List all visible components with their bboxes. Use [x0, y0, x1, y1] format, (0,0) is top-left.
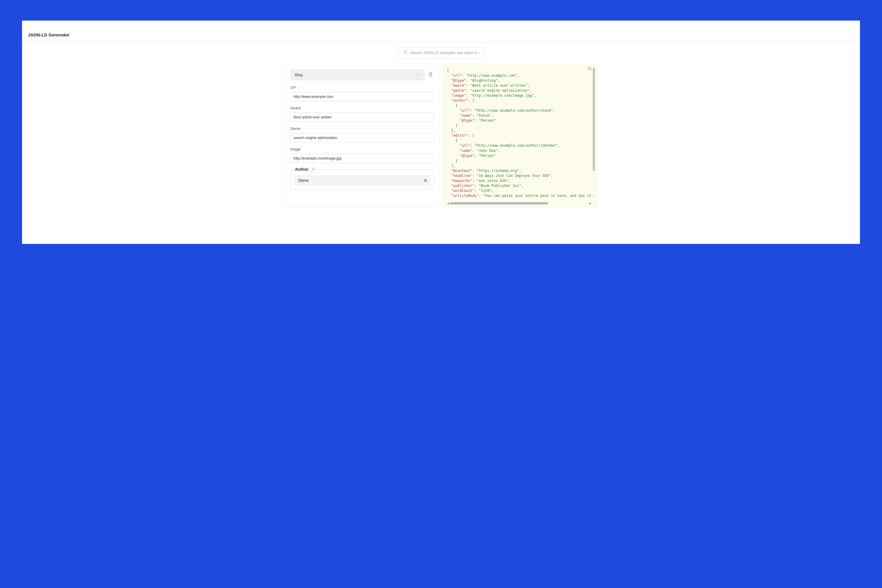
content-area: Blog Url* Award Genre — [22, 64, 860, 207]
author-controls: ↑ ↓ ✕ — [417, 178, 428, 183]
svg-line-1 — [406, 53, 407, 54]
url-input[interactable] — [290, 92, 434, 101]
app-window: JSON-LD Generator Blog — [22, 21, 860, 244]
search-icon — [403, 50, 408, 56]
horizontal-scrollbar[interactable]: ◀ ▶ — [447, 202, 591, 205]
add-author-button[interactable]: + — [310, 166, 315, 172]
code-output: { "url": "http://www.example.com", "@typ… — [447, 68, 594, 204]
image-field: Image — [290, 147, 434, 163]
svg-point-0 — [404, 51, 406, 54]
genre-input[interactable] — [290, 133, 434, 142]
type-select[interactable]: Blog — [290, 69, 425, 80]
svg-rect-2 — [589, 68, 591, 70]
search-box[interactable] — [399, 47, 484, 58]
header: JSON-LD Generator — [22, 21, 860, 42]
vertical-scrollbar[interactable] — [593, 68, 595, 200]
scroll-left-icon[interactable]: ◀ — [447, 202, 449, 205]
vertical-scrollbar-thumb[interactable] — [593, 68, 595, 171]
genre-field: Genre — [290, 127, 434, 142]
chevron-down-icon — [417, 73, 420, 77]
arrow-down-icon[interactable]: ↓ — [420, 178, 422, 182]
arrow-up-icon[interactable]: ↑ — [417, 178, 419, 182]
type-select-row: Blog — [290, 69, 434, 80]
horizontal-scrollbar-thumb[interactable] — [450, 202, 548, 204]
search-input[interactable] — [411, 51, 479, 55]
author-legend-label: Author — [295, 167, 309, 172]
image-label: Image — [290, 147, 434, 152]
author-name: Steve — [298, 178, 309, 183]
author-item[interactable]: Steve ↑ ↓ ✕ — [294, 175, 430, 186]
image-input[interactable] — [290, 154, 434, 163]
author-legend: Author + — [294, 166, 317, 172]
award-field: Award — [290, 106, 434, 122]
award-label: Award — [290, 106, 434, 110]
search-area — [22, 42, 860, 64]
clipboard-icon[interactable] — [588, 67, 592, 72]
author-section: Author + Steve ↑ ↓ ✕ — [290, 170, 434, 189]
horizontal-scrollbar-track[interactable] — [450, 202, 588, 204]
scroll-right-icon[interactable]: ▶ — [589, 202, 591, 205]
type-select-value: Blog — [295, 73, 303, 77]
remove-icon[interactable]: ✕ — [424, 178, 428, 183]
award-input[interactable] — [290, 112, 434, 122]
genre-label: Genre — [290, 127, 434, 131]
url-label: Url* — [290, 86, 434, 90]
form-panel: Blog Url* Award Genre — [285, 64, 440, 207]
trash-icon[interactable] — [427, 71, 434, 79]
url-field: Url* — [290, 86, 434, 101]
page-title: JSON-LD Generator — [28, 32, 854, 38]
code-panel: { "url": "http://www.example.com", "@typ… — [443, 64, 597, 207]
